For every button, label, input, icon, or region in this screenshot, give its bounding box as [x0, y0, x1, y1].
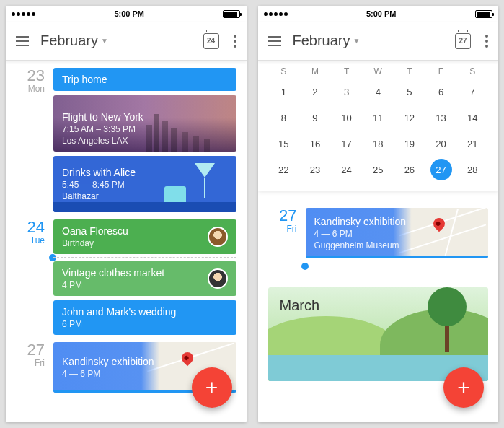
battery-icon	[475, 10, 492, 18]
event-time: 4 — 6 PM	[314, 229, 480, 239]
status-bar: 5:00 PM	[6, 6, 247, 22]
battery-icon	[223, 10, 240, 18]
calendar-day[interactable]: 2	[299, 81, 331, 102]
event-title: Trip home	[62, 74, 228, 85]
calendar-day[interactable]: 10	[331, 107, 363, 128]
weekday-label: T	[331, 66, 363, 77]
status-time: 5:00 PM	[366, 9, 397, 18]
weekday-label: M	[299, 66, 331, 77]
event-card[interactable]: Drinks with Alice5:45 — 8:45 PMBalthazar	[53, 156, 236, 212]
day-label: 23Mon	[16, 68, 45, 212]
event-title: John and Mark's wedding	[62, 306, 228, 318]
calendar-day[interactable]: 8	[268, 107, 300, 128]
avatar	[208, 268, 228, 289]
menu-icon[interactable]	[16, 36, 29, 46]
status-bar: 5:00 PM	[258, 6, 499, 22]
more-icon[interactable]	[234, 35, 236, 48]
now-indicator	[306, 266, 489, 267]
event-card[interactable]: John and Mark's wedding6 PM	[53, 300, 236, 335]
event-title: Kandinsky exhibition	[62, 356, 228, 367]
day-label: 27 Fri	[268, 208, 297, 258]
month-picker[interactable]: February ▼	[40, 32, 108, 49]
month-label: February	[40, 32, 98, 49]
calendar-day[interactable]: 4	[362, 81, 394, 102]
calendar-day[interactable]: 28	[456, 159, 488, 180]
app-header: February ▼ 24	[6, 22, 247, 61]
weekday-label: F	[425, 66, 457, 77]
menu-icon[interactable]	[268, 36, 281, 46]
calendar-day[interactable]: 12	[394, 107, 425, 128]
event-subtitle: 6 PM	[62, 319, 228, 329]
event-card[interactable]: Kandinsky exhibition 4 — 6 PM Guggenheim…	[306, 208, 489, 258]
weekday-label: S	[268, 66, 300, 77]
calendar-day[interactable]: 13	[425, 107, 457, 128]
calendar-day[interactable]: 23	[299, 159, 331, 180]
event-title: Flight to New York	[62, 111, 228, 123]
app-header: February ▼ 27	[258, 22, 499, 61]
day-row: 24TueOana FlorescuBirthday	[16, 219, 236, 254]
event-detail: Los Angeles LAX	[62, 136, 228, 146]
calendar-day[interactable]: 9	[299, 107, 331, 128]
calendar-day[interactable]: 26	[394, 159, 425, 180]
weekday-label: T	[394, 66, 425, 77]
month-label: February	[293, 32, 350, 49]
calendar-day[interactable]: 24	[331, 159, 363, 180]
event-card[interactable]: Vintage clothes market4 PM	[53, 261, 236, 296]
calendar-day[interactable]: 14	[456, 107, 488, 128]
event-location: Guggenheim Museum	[314, 240, 480, 250]
add-event-fab[interactable]: +	[192, 367, 232, 408]
calendar-day[interactable]: 16	[299, 133, 331, 154]
now-indicator	[53, 257, 236, 258]
calendar-day[interactable]: 25	[362, 159, 394, 180]
status-time: 5:00 PM	[114, 9, 144, 18]
event-card[interactable]: Oana FlorescuBirthday	[53, 219, 236, 254]
cocktail-icon	[195, 163, 215, 178]
event-detail: Balthazar	[62, 191, 228, 201]
calendar-day[interactable]: 15	[268, 133, 300, 154]
chevron-down-icon: ▼	[101, 37, 108, 45]
calendar-day[interactable]: 20	[425, 133, 457, 154]
calendar-day[interactable]: 21	[456, 133, 488, 154]
weekday-label: W	[362, 66, 394, 77]
event-title: Vintage clothes market	[62, 267, 228, 279]
weekday-label: S	[456, 66, 488, 77]
event-card[interactable]: Trip home	[53, 68, 236, 91]
month-grid: SMTWTFS 12345678910111213141516171819202…	[258, 61, 499, 191]
calendar-day[interactable]: 1	[268, 81, 300, 102]
today-icon[interactable]: 24	[203, 33, 219, 49]
day-row: 23MonTrip homeFlight to New York7:15 AM …	[16, 68, 236, 212]
event-subtitle: 4 PM	[62, 280, 228, 290]
calendar-day[interactable]: 7	[456, 81, 488, 102]
event-title: Kandinsky exhibition	[314, 216, 480, 227]
chevron-down-icon: ▼	[353, 37, 361, 45]
event-subtitle: Birthday	[62, 238, 228, 248]
phone-month-view: 5:00 PM February ▼ 27 SMTWTFS 1234567891…	[258, 6, 499, 422]
more-icon[interactable]	[485, 35, 488, 48]
day-label: 24Tue	[16, 219, 45, 254]
calendar-day[interactable]: 18	[362, 133, 394, 154]
calendar-day[interactable]: 6	[425, 81, 457, 102]
day-label: 27Fri	[16, 342, 45, 393]
event-subtitle: 7:15 AM – 3:35 PM	[62, 124, 228, 134]
today-icon[interactable]: 27	[455, 33, 471, 49]
avatar	[208, 227, 228, 247]
event-card[interactable]: Flight to New York7:15 AM – 3:35 PMLos A…	[53, 95, 236, 152]
month-banner[interactable]: March	[268, 287, 489, 381]
event-subtitle: 5:45 — 8:45 PM	[62, 180, 228, 190]
event-title: Oana Florescu	[62, 225, 228, 237]
add-event-fab[interactable]: +	[443, 367, 484, 408]
month-picker[interactable]: February ▼	[293, 32, 361, 49]
phone-schedule-view: 5:00 PM February ▼ 24 23MonTrip homeFlig…	[6, 6, 247, 422]
calendar-day[interactable]: 3	[331, 81, 363, 102]
calendar-day[interactable]: 22	[268, 159, 300, 180]
month-banner-label: March	[280, 297, 320, 314]
calendar-day[interactable]: 11	[362, 107, 394, 128]
calendar-day[interactable]: 5	[394, 81, 425, 102]
calendar-day[interactable]: 19	[394, 133, 425, 154]
calendar-day[interactable]: 27	[425, 159, 457, 180]
calendar-day[interactable]: 17	[331, 133, 363, 154]
day-schedule: 27 Fri Kandinsky exhibition	[258, 191, 499, 287]
